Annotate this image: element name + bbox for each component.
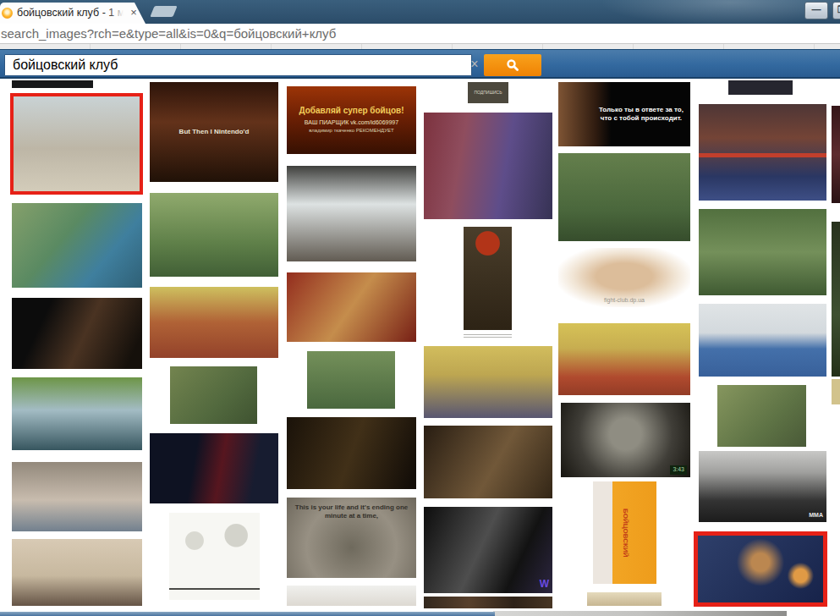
thumb-mma-arena-timer[interactable]: 3:43 [561, 403, 690, 477]
search-button[interactable] [484, 54, 541, 76]
thumb-your-life-quote[interactable]: This is your life and it's ending one mi… [287, 498, 416, 578]
tab-title: бойцовский клуб - 1 млр [17, 7, 124, 20]
thumb-plaid-partial[interactable] [424, 597, 552, 608]
thumb-gym-red-floor[interactable] [150, 287, 278, 358]
thumb-yard-people[interactable] [717, 385, 806, 447]
thumb-punching-bags-gym[interactable] [558, 323, 690, 395]
thumb-speech-bubble-cartoon[interactable] [169, 513, 260, 600]
thumb-red-hood-figure[interactable] [464, 227, 512, 330]
tab-close-icon[interactable]: × [127, 6, 140, 19]
url-bar[interactable]: search_images?rch=e&type=all&is=0&q=бойц… [0, 24, 840, 44]
url-text: search_images?rch=e&type=all&is=0&q=бойц… [0, 26, 336, 41]
thumb-mma-event-screen[interactable]: MMA [699, 451, 826, 522]
thumb-beach-man-selected[interactable] [10, 93, 143, 195]
title-bar: бойцовский клуб - 1 млр × — ❐ [0, 0, 840, 24]
window-maximize-button[interactable]: ❐ [832, 2, 840, 19]
thumb-ice-swim[interactable] [287, 166, 416, 261]
thumb-caption-lines [464, 333, 512, 339]
thumb-nintendo-meme[interactable]: But Then I Nintendo'd [150, 82, 278, 182]
thumb-dark-gym[interactable] [287, 417, 416, 489]
thumb-forest-fight-small[interactable] [307, 351, 395, 409]
thumb-mma-ground-fight[interactable] [12, 539, 142, 606]
thumb-fist-white[interactable]: fight-club.dp.ua [558, 248, 690, 307]
thumb-boxer-yellow-gloves[interactable] [287, 272, 416, 342]
thumb-angry-kid-gym[interactable] [12, 298, 142, 369]
thumb-podpishis-banner[interactable]: ПОДПИШИСЬ [468, 82, 508, 103]
thumb-edge-sliver-3[interactable] [832, 379, 840, 404]
thumb-boxing-match-crowd[interactable] [699, 104, 826, 201]
thumb-car-in-river[interactable] [12, 377, 142, 450]
thumb-forest-path[interactable] [558, 153, 690, 241]
clear-search-icon[interactable]: × [467, 57, 482, 72]
thumb-kickboxing-ring[interactable] [12, 462, 142, 531]
thumb-bottom-gray-strip [493, 611, 787, 616]
search-input[interactable] [4, 54, 472, 76]
thumb-forest-hill[interactable] [699, 209, 826, 295]
thumb-fight-club-book[interactable]: БОЙЦОВСКИЙ [593, 481, 656, 584]
new-tab-button[interactable] [150, 6, 177, 17]
search-icon [506, 58, 519, 72]
thumb-boy-looking-up-selected[interactable] [694, 531, 827, 607]
thumb-edge-sliver-1[interactable] [832, 106, 840, 203]
thumb-sketch-portrait-partial[interactable] [587, 592, 662, 606]
bottom-edge-bar [0, 612, 495, 616]
thumb-military-yard[interactable] [170, 366, 257, 424]
thumb-gym-yellow-walls[interactable] [424, 346, 552, 418]
thumb-tractor-trailer[interactable] [12, 203, 142, 288]
window-minimize-button[interactable]: — [804, 2, 828, 19]
thumb-dark-banner-small[interactable] [728, 80, 793, 95]
tab-favicon-icon [2, 8, 13, 19]
browser-tab[interactable]: бойцовский клуб - 1 млр × [0, 3, 145, 24]
thumb-floral-shirt-trio[interactable] [424, 113, 552, 219]
thumb-two-guys-trees[interactable] [150, 193, 278, 277]
results-grid: But Then I Nintendo'dДобавляй супер бойц… [0, 0, 840, 616]
thumb-bw-women[interactable]: W [424, 507, 552, 593]
thumb-edge-sliver-2[interactable] [832, 222, 840, 377]
thumb-tolko-ty-quote[interactable]: Только ты в ответе за то, что с тобой пр… [558, 82, 690, 146]
thumb-hit-gym-man[interactable] [424, 426, 552, 498]
thumb-helmet-portrait-partial[interactable] [287, 586, 416, 606]
thumb-blue-ring-gym[interactable] [699, 304, 826, 377]
thumb-partial-top-left[interactable] [12, 80, 93, 88]
search-panel: × [0, 49, 840, 79]
thumb-ad-banner-fire[interactable]: Добавляй супер бойцов!ВАШ ПИАРЩИК vk.com… [287, 86, 416, 154]
thumb-mma-cage-dark[interactable] [150, 433, 278, 503]
